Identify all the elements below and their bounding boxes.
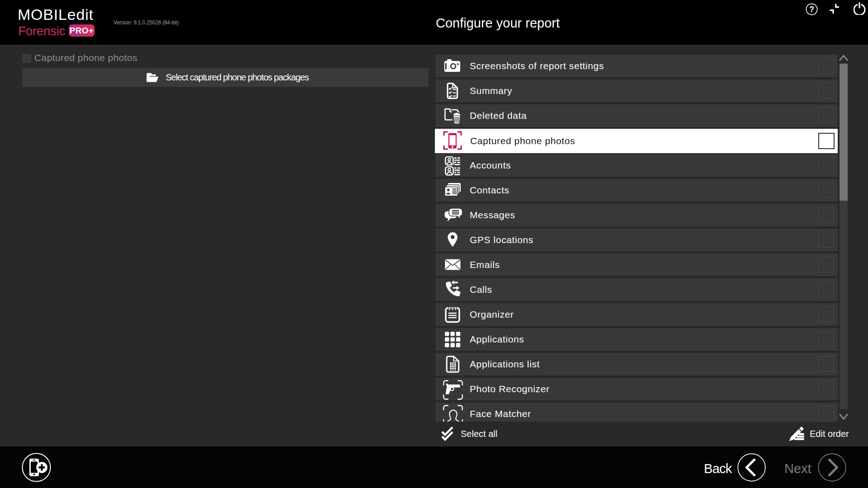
svg-text:?: ?: [809, 5, 814, 14]
